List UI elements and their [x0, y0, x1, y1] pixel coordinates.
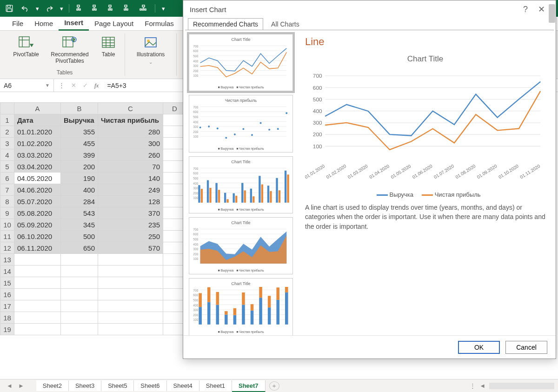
cell[interactable]: 370: [98, 207, 163, 219]
chart-thumb-4[interactable]: Chart Title100200300400500600700■ Выручк…: [189, 278, 293, 335]
cell[interactable]: 500: [61, 231, 98, 242]
cell[interactable]: 400: [61, 184, 98, 196]
row-header[interactable]: 18: [0, 312, 14, 324]
row-header[interactable]: 5: [0, 161, 14, 173]
cell[interactable]: 284: [61, 196, 98, 207]
cell[interactable]: 355: [61, 126, 98, 138]
row-header[interactable]: 15: [0, 277, 14, 289]
row-header[interactable]: 4: [0, 149, 14, 161]
col-header-B[interactable]: B: [61, 103, 98, 114]
row-header[interactable]: 3: [0, 138, 14, 149]
ribbon-tab-insert[interactable]: Insert: [59, 16, 89, 31]
qat-customize-icon[interactable]: ▾: [160, 2, 166, 15]
recommended-pivottables-button[interactable]: ? Recommended PivotTables: [46, 33, 93, 66]
qat-chart-icon-2[interactable]: [90, 2, 103, 15]
chart-thumb-1[interactable]: Чистая прибыль100200300400500600700■ Выр…: [189, 95, 293, 152]
cell[interactable]: 200: [61, 161, 98, 173]
pivottable-button[interactable]: PivotTable: [9, 33, 43, 66]
cell[interactable]: 04.06.2020: [14, 184, 61, 196]
table-button[interactable]: Table: [97, 33, 120, 66]
ribbon-tab-home[interactable]: Home: [29, 17, 59, 30]
cell[interactable]: 455: [61, 138, 98, 149]
cancel-formula-icon[interactable]: ✕: [71, 82, 76, 89]
sheet-tab-sheet5[interactable]: Sheet5: [101, 380, 134, 391]
row-header[interactable]: 12: [0, 242, 14, 254]
row-header[interactable]: 14: [0, 266, 14, 277]
redo-dropdown-icon[interactable]: ▾: [59, 2, 64, 15]
illustrations-button[interactable]: Illustrations ⌄: [130, 33, 172, 66]
fx-icon[interactable]: fx: [94, 82, 99, 89]
col-header-A[interactable]: A: [14, 103, 61, 114]
sheet-tab-sheet1[interactable]: Sheet1: [199, 380, 232, 391]
ribbon-tab-formulas[interactable]: Formulas: [139, 17, 179, 30]
row-header[interactable]: 6: [0, 173, 14, 184]
cell[interactable]: 570: [98, 242, 163, 254]
qat-chart-icon-3[interactable]: [106, 2, 119, 15]
row-header[interactable]: 19: [0, 324, 14, 335]
row-header[interactable]: 11: [0, 231, 14, 242]
options-icon[interactable]: ⋮: [59, 82, 65, 89]
ribbon-tab-page-layout[interactable]: Page Layout: [89, 17, 139, 30]
save-icon[interactable]: [3, 2, 16, 15]
cell[interactable]: 06.10.2020: [14, 231, 61, 242]
cell[interactable]: 128: [98, 196, 163, 207]
cell[interactable]: 01.01.2020: [14, 126, 61, 138]
add-sheet-button[interactable]: ＋: [269, 381, 279, 391]
sheet-nav-prev[interactable]: ◄: [4, 382, 15, 389]
hscroll-left-icon[interactable]: ◄: [479, 382, 485, 389]
cell[interactable]: 650: [61, 242, 98, 254]
tab-recommended-charts[interactable]: Recommended Charts: [188, 18, 263, 30]
cell[interactable]: 300: [98, 138, 163, 149]
cell[interactable]: 06.11.2020: [14, 242, 61, 254]
cell[interactable]: 280: [98, 126, 163, 138]
chart-thumb-0[interactable]: Chart Title100200300400500600700■ Выручк…: [189, 34, 293, 91]
row-header[interactable]: 13: [0, 254, 14, 266]
cell[interactable]: 05.08.2020: [14, 207, 61, 219]
chart-thumb-3[interactable]: Chart Title100200300400500600700■ Выручк…: [189, 217, 293, 274]
dialog-close-icon[interactable]: ✕: [533, 4, 549, 14]
cancel-button[interactable]: Cancel: [505, 341, 547, 354]
grid[interactable]: ABCD1ДатаВыручкаЧистая прибыль201.01.202…: [0, 102, 186, 335]
accept-formula-icon[interactable]: ✓: [83, 82, 88, 89]
ok-button[interactable]: OK: [458, 341, 500, 354]
cell[interactable]: 399: [61, 149, 98, 161]
qat-chart-icon-4[interactable]: [121, 2, 134, 15]
cell[interactable]: 04.05.2020: [14, 173, 61, 184]
row-header[interactable]: 1: [0, 114, 14, 126]
row-header[interactable]: 17: [0, 300, 14, 312]
redo-icon[interactable]: [43, 2, 56, 15]
row-header[interactable]: 7: [0, 184, 14, 196]
row-header[interactable]: 16: [0, 289, 14, 300]
undo-dropdown-icon[interactable]: ▾: [34, 2, 40, 15]
ribbon-tab-file[interactable]: File: [7, 17, 29, 30]
col-header-C[interactable]: C: [98, 103, 163, 114]
sheet-tab-sheet4[interactable]: Sheet4: [167, 380, 199, 391]
row-header[interactable]: 10: [0, 219, 14, 231]
cell[interactable]: 05.07.2020: [14, 196, 61, 207]
undo-icon[interactable]: [19, 2, 32, 15]
cell[interactable]: 05.09.2020: [14, 219, 61, 231]
qat-chart-icon-1[interactable]: [74, 2, 87, 15]
sheet-tab-sheet2[interactable]: Sheet2: [36, 380, 69, 391]
sheet-tab-sheet3[interactable]: Sheet3: [69, 380, 101, 391]
dialog-help-icon[interactable]: ?: [518, 5, 533, 14]
sheet-nav-next[interactable]: ►: [15, 382, 27, 389]
cell[interactable]: 260: [98, 149, 163, 161]
sheet-tab-sheet7[interactable]: Sheet7: [232, 380, 266, 392]
cell[interactable]: 235: [98, 219, 163, 231]
cell[interactable]: 01.02.2020: [14, 138, 61, 149]
row-header[interactable]: 2: [0, 126, 14, 138]
cell[interactable]: 345: [61, 219, 98, 231]
name-box[interactable]: A6▼: [0, 79, 54, 92]
cell[interactable]: 03.04.2020: [14, 161, 61, 173]
cell[interactable]: 03.03.2020: [14, 149, 61, 161]
cell[interactable]: 249: [98, 184, 163, 196]
tab-all-charts[interactable]: All Charts: [266, 18, 305, 30]
chart-thumb-2[interactable]: Chart Title100200300400500600700■ Выручк…: [189, 156, 293, 213]
cell[interactable]: 190: [61, 173, 98, 184]
cell[interactable]: 140: [98, 173, 163, 184]
row-header[interactable]: 8: [0, 196, 14, 207]
cell[interactable]: 70: [98, 161, 163, 173]
cell[interactable]: 543: [61, 207, 98, 219]
qat-chart-icon-5[interactable]: [137, 2, 150, 15]
